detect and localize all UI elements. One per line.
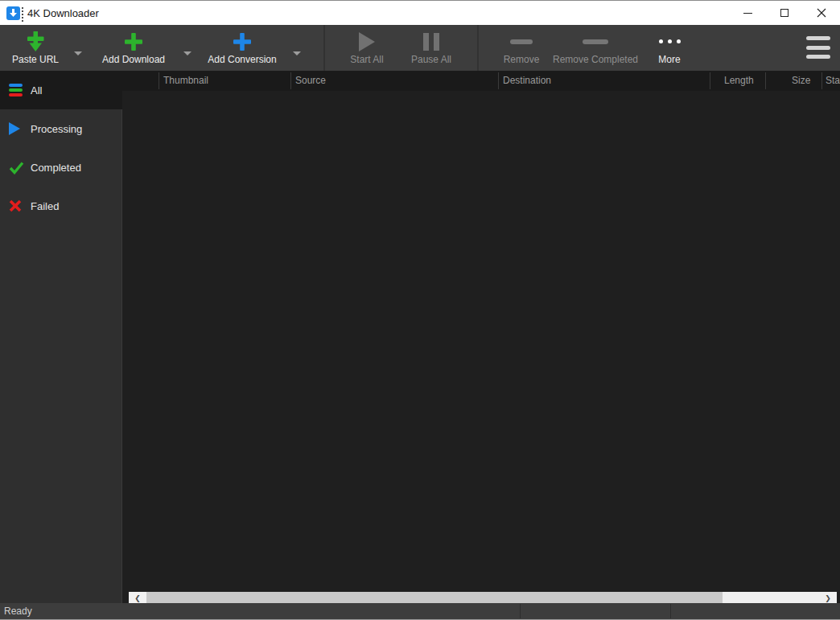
scroll-left-button[interactable]: ❮ xyxy=(129,592,146,604)
more-button[interactable]: More xyxy=(640,25,699,71)
column-separator[interactable] xyxy=(765,72,766,89)
add-download-label: Add Download xyxy=(102,54,165,65)
paste-plus-arrow-icon xyxy=(26,31,45,52)
hamburger-icon xyxy=(806,36,830,40)
paste-url-label: Paste URL xyxy=(12,54,59,65)
add-conversion-label: Add Conversion xyxy=(208,54,276,65)
app-logo-icon xyxy=(6,6,20,20)
main-menu-button[interactable] xyxy=(806,36,830,59)
play-icon xyxy=(359,31,375,52)
chevron-down-icon xyxy=(293,51,301,55)
close-button[interactable] xyxy=(803,1,840,25)
remove-completed-label: Remove Completed xyxy=(553,54,638,65)
sidebar-item-failed[interactable]: Failed xyxy=(0,187,121,225)
add-download-button[interactable]: Add Download xyxy=(100,25,167,71)
remove-button[interactable]: Remove xyxy=(489,25,554,71)
sidebar-item-processing[interactable]: Processing xyxy=(0,109,121,148)
sidebar: All Processing Completed Failed xyxy=(0,71,122,603)
column-separator[interactable] xyxy=(710,72,710,89)
table-header: Thumbnail Source Destination Length Size… xyxy=(122,71,840,91)
download-arrow-icon xyxy=(8,8,19,18)
sidebar-item-label: Failed xyxy=(31,200,59,212)
scroll-right-button[interactable]: ❯ xyxy=(819,592,837,604)
sidebar-item-completed[interactable]: Completed xyxy=(0,148,121,187)
more-label: More xyxy=(658,54,680,65)
column-separator[interactable] xyxy=(159,72,159,89)
start-all-label: Start All xyxy=(350,54,383,65)
remove-completed-button[interactable]: Remove Completed xyxy=(555,25,636,71)
chevron-left-icon: ❮ xyxy=(134,594,141,602)
window-title: 4K Downloader xyxy=(27,7,99,19)
add-conversion-dropdown[interactable] xyxy=(286,25,307,71)
column-header-source[interactable]: Source xyxy=(295,75,326,86)
column-separator[interactable] xyxy=(498,72,499,89)
chevron-down-icon xyxy=(183,51,191,55)
window-controls xyxy=(729,1,840,25)
play-icon xyxy=(9,121,23,136)
column-header-size[interactable]: Size xyxy=(792,75,810,86)
close-icon xyxy=(817,8,826,18)
remove-label: Remove xyxy=(504,54,540,65)
column-separator[interactable] xyxy=(821,72,822,89)
start-all-button[interactable]: Start All xyxy=(335,25,399,71)
column-separator[interactable] xyxy=(290,72,291,89)
check-icon xyxy=(9,160,23,175)
app-logo-dots xyxy=(22,7,23,22)
statusbar-separator xyxy=(520,604,521,618)
maximize-icon xyxy=(780,9,789,17)
sidebar-item-label: All xyxy=(31,84,42,96)
pause-all-button[interactable]: Pause All xyxy=(399,25,463,71)
sidebar-item-all[interactable]: All xyxy=(0,71,122,109)
column-header-status[interactable]: Status xyxy=(826,75,840,86)
paste-url-button[interactable]: Paste URL xyxy=(3,25,68,71)
pause-icon xyxy=(423,31,439,52)
toolbar-separator xyxy=(323,25,325,71)
app-window: 4K Downloader Paste URL xyxy=(0,0,840,620)
maximize-button[interactable] xyxy=(766,1,803,25)
column-header-destination[interactable]: Destination xyxy=(503,75,551,86)
paste-url-dropdown[interactable] xyxy=(68,25,89,71)
scrollbar-thumb[interactable] xyxy=(146,592,723,604)
minus-icon xyxy=(583,31,608,52)
minus-icon xyxy=(510,31,533,52)
add-download-dropdown[interactable] xyxy=(177,25,198,71)
chevron-right-icon: ❯ xyxy=(825,594,831,602)
title-bar: 4K Downloader xyxy=(0,1,840,25)
toolbar-separator xyxy=(477,25,479,71)
downloads-list xyxy=(123,91,840,603)
chevron-down-icon xyxy=(74,51,82,55)
pause-all-label: Pause All xyxy=(411,54,451,65)
filter-all-bars-icon xyxy=(9,83,23,97)
sidebar-item-label: Completed xyxy=(31,162,81,174)
x-icon xyxy=(9,199,23,213)
sidebar-item-label: Processing xyxy=(31,123,82,135)
scrollbar-track[interactable] xyxy=(723,592,819,604)
statusbar-separator xyxy=(670,604,671,618)
minimize-icon xyxy=(743,13,752,14)
ellipsis-icon xyxy=(659,31,681,52)
plus-icon xyxy=(233,31,252,52)
minimize-button[interactable] xyxy=(729,1,766,25)
status-bar: Ready xyxy=(0,603,840,619)
add-conversion-button[interactable]: Add Conversion xyxy=(206,25,278,71)
toolbar: Paste URL Add Download A xyxy=(0,25,840,71)
column-header-length[interactable]: Length xyxy=(724,75,754,86)
horizontal-scrollbar[interactable]: ❮ ❯ xyxy=(129,592,837,604)
plus-icon xyxy=(124,31,143,52)
column-header-thumbnail[interactable]: Thumbnail xyxy=(163,75,208,86)
status-text: Ready xyxy=(4,606,32,617)
